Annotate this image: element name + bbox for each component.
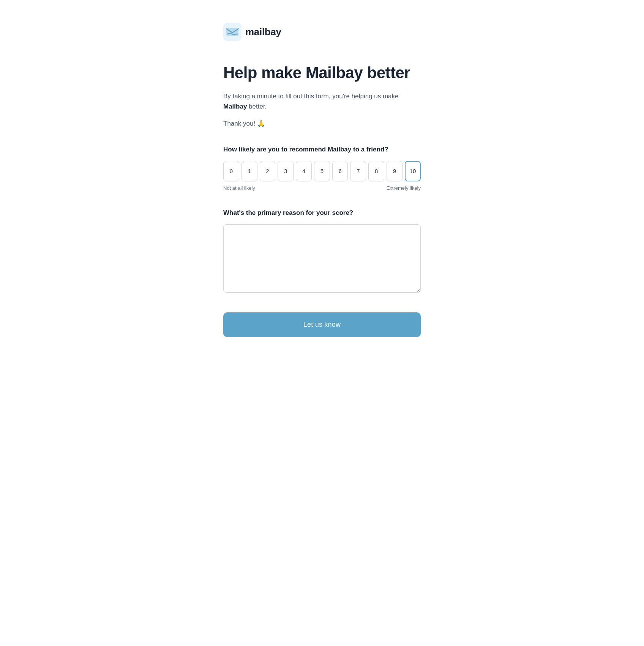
header: mailbay (223, 23, 421, 41)
nps-button-5[interactable]: 5 (314, 161, 330, 181)
nps-button-3[interactable]: 3 (278, 161, 294, 181)
nps-button-4[interactable]: 4 (296, 161, 312, 181)
mailbay-logo-icon (223, 23, 242, 41)
description-bold: Mailbay (223, 103, 247, 110)
page-wrapper: mailbay Help make Mailbay better By taki… (193, 0, 451, 367)
brand-name: mailbay (245, 26, 281, 38)
page-title: Help make Mailbay better (223, 64, 421, 82)
nps-button-2[interactable]: 2 (260, 161, 276, 181)
nps-button-7[interactable]: 7 (350, 161, 366, 181)
nps-button-0[interactable]: 0 (223, 161, 239, 181)
thank-you-text: Thank you! 🙏 (223, 120, 421, 128)
nps-label-high: Extremely likely (387, 185, 421, 191)
nps-buttons-row: 012345678910 (223, 161, 421, 181)
nps-button-10[interactable]: 10 (405, 161, 421, 181)
nps-button-6[interactable]: 6 (332, 161, 348, 181)
nps-question: How likely are you to recommend Mailbay … (223, 146, 421, 153)
nps-button-1[interactable]: 1 (242, 161, 257, 181)
reason-section: What's the primary reason for your score… (223, 209, 421, 294)
submit-button[interactable]: Let us know (223, 312, 421, 337)
reason-textarea[interactable] (223, 224, 421, 293)
nps-labels: Not at all likely Extremely likely (223, 185, 421, 191)
nps-button-9[interactable]: 9 (387, 161, 402, 181)
page-description: By taking a minute to fill out this form… (223, 91, 421, 112)
reason-question: What's the primary reason for your score… (223, 209, 421, 217)
description-text-before: By taking a minute to fill out this form… (223, 93, 399, 100)
nps-button-8[interactable]: 8 (368, 161, 384, 181)
nps-label-low: Not at all likely (223, 185, 255, 191)
description-text-after: better. (247, 103, 267, 110)
nps-section: How likely are you to recommend Mailbay … (223, 146, 421, 191)
